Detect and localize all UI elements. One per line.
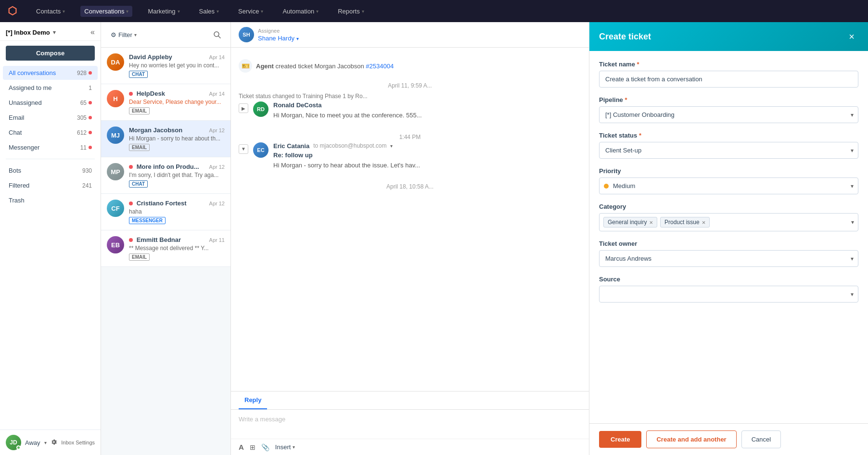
sidebar-item-messenger[interactable]: Messenger 11 — [3, 140, 98, 154]
ticket-status-label: Ticket status * — [599, 132, 858, 139]
chevron-down-icon: ▾ — [296, 36, 299, 41]
away-status: Away — [25, 439, 40, 446]
ticket-status-select[interactable]: Client Set-up New In Progress Resolved — [599, 142, 858, 159]
list-item[interactable]: MP More info on Produ... Apr 12 I'm sorr… — [101, 157, 230, 194]
avatar: MJ — [107, 126, 124, 144]
nav-service[interactable]: Service ▾ — [234, 6, 267, 17]
unread-dot — [129, 165, 133, 169]
source-select[interactable] — [599, 286, 858, 303]
nav-automation[interactable]: Automation ▾ — [279, 6, 322, 17]
sidebar-item-filtered[interactable]: Filtered 241 — [3, 178, 98, 192]
chevron-down-icon: ▾ — [217, 9, 219, 14]
expand-button[interactable]: ▶ — [239, 103, 248, 113]
priority-group: Priority Low Medium High Urgent ▾ — [599, 167, 858, 194]
list-item[interactable]: EB Emmitt Bednar Apr 11 ** Message not d… — [101, 230, 230, 267]
list-item[interactable]: DA David Appleby Apr 14 Hey no worries l… — [101, 48, 230, 84]
attach-icon[interactable]: 📎 — [261, 443, 269, 451]
tab-reply[interactable]: Reply — [239, 392, 267, 409]
chevron-down-icon: ▾ — [316, 9, 319, 14]
ticket-status-group: Ticket status * Client Set-up New In Pro… — [599, 132, 858, 159]
sidebar-item-chat[interactable]: Chat 612 — [3, 126, 98, 139]
chevron-down-icon: ▾ — [53, 29, 56, 36]
pipeline-select[interactable]: [*] Customer Onboarding Support Pipeline… — [599, 106, 858, 123]
chevron-down-icon: ▾ — [390, 143, 393, 149]
nav-reports[interactable]: Reports ▾ — [334, 6, 368, 17]
tag-general-inquiry: General inquiry × — [603, 217, 657, 228]
remove-product-issue-button[interactable]: × — [702, 219, 706, 226]
avatar: EB — [107, 236, 124, 253]
create-button[interactable]: Create — [599, 431, 641, 448]
font-icon[interactable]: A — [239, 443, 244, 451]
avatar: CF — [107, 200, 124, 217]
chevron-down-icon: ▾ — [293, 444, 295, 450]
unread-dot — [89, 116, 92, 119]
close-button[interactable]: × — [845, 30, 858, 43]
sidebar-item-trash[interactable]: Trash — [3, 193, 98, 207]
chat-area: SH Assignee Shane Hardy ▾ 🎫 Agent create… — [231, 22, 589, 455]
ticket-owner-group: Ticket owner Marcus Andrews Shane Hardy … — [599, 240, 858, 267]
ticket-owner-select[interactable]: Marcus Andrews Shane Hardy Ronald DeCost… — [599, 250, 858, 267]
collapse-button[interactable]: ▼ — [239, 144, 248, 154]
svg-line-1 — [218, 36, 220, 38]
conv-list-header: ⚙ Filter ▾ — [101, 22, 230, 48]
collapse-icon[interactable]: « — [90, 28, 95, 37]
category-label: Category — [599, 203, 858, 210]
chevron-down-icon: ▾ — [44, 440, 47, 445]
chevron-down-icon: ▾ — [851, 219, 854, 226]
sidebar-item-unassigned[interactable]: Unassigned 65 — [3, 96, 98, 110]
chevron-down-icon: ▾ — [178, 9, 180, 14]
filter-button[interactable]: ⚙ Filter ▾ — [107, 29, 140, 41]
pipeline-group: Pipeline * [*] Customer Onboarding Suppo… — [599, 96, 858, 123]
inbox-settings-label[interactable]: Inbox Settings — [61, 440, 95, 445]
chevron-down-icon: ▾ — [261, 9, 263, 14]
ticket-event: 🎫 Agent created ticket Morgan Jacobson #… — [239, 55, 581, 76]
settings-icon[interactable] — [51, 439, 57, 447]
reply-tabs: Reply — [231, 392, 589, 410]
priority-select[interactable]: Low Medium High Urgent — [599, 177, 858, 194]
panel-header: Create ticket × — [589, 22, 868, 51]
list-item[interactable]: MJ Morgan Jacobson Apr 12 Hi Morgan - so… — [101, 121, 230, 157]
date-divider: 1:44 PM — [239, 128, 581, 142]
category-tags-container[interactable]: General inquiry × Product issue × ▾ — [599, 213, 858, 231]
sidebar-item-assigned-to-me[interactable]: Assigned to me 1 — [3, 81, 98, 95]
priority-dot — [604, 184, 609, 189]
format-icon[interactable]: ⊞ — [250, 443, 255, 451]
list-item[interactable]: CF Cristiano Fortest Apr 12 haha MESSENG… — [101, 194, 230, 230]
sidebar-item-email[interactable]: Email 305 — [3, 111, 98, 125]
unread-dot — [89, 101, 92, 104]
chevron-down-icon: ▾ — [362, 9, 364, 14]
panel-footer: Create Create and add another Cancel — [589, 423, 868, 455]
cancel-button[interactable]: Cancel — [741, 430, 781, 448]
list-item[interactable]: H HelpDesk Apr 14 Dear Service, Please c… — [101, 84, 230, 121]
nav-sales[interactable]: Sales ▾ — [195, 6, 223, 17]
ticket-name-input[interactable] — [599, 71, 858, 88]
nav-contacts[interactable]: Contacts ▾ — [32, 6, 69, 17]
chat-header: SH Assignee Shane Hardy ▾ — [231, 22, 589, 48]
source-select-wrapper: ▾ — [599, 286, 858, 303]
sidebar-item-bots[interactable]: Bots 930 — [3, 164, 98, 177]
remove-general-inquiry-button[interactable]: × — [649, 219, 653, 226]
sidebar-item-all-conversations[interactable]: All conversations 928 — [3, 66, 98, 80]
search-button[interactable] — [209, 27, 225, 42]
nav-marketing[interactable]: Marketing ▾ — [144, 6, 183, 17]
reply-input[interactable]: Write a message — [231, 410, 589, 439]
date-divider: April 11, 9:59 A... — [239, 76, 581, 91]
avatar: MP — [107, 163, 124, 180]
unread-dot — [129, 238, 133, 242]
insert-button[interactable]: Insert ▾ — [275, 443, 295, 451]
inbox-title[interactable]: [*] Inbox Demo ▾ — [6, 29, 56, 36]
avatar: H — [107, 90, 124, 107]
pipeline-label: Pipeline * — [599, 96, 858, 103]
panel-title: Create ticket — [599, 32, 651, 42]
assignee-info: Assignee Shane Hardy ▾ — [258, 28, 299, 42]
priority-select-wrapper: Low Medium High Urgent ▾ — [599, 177, 858, 194]
create-and-add-another-button[interactable]: Create and add another — [646, 430, 736, 448]
sidebar-footer[interactable]: JD Away ▾ Inbox Settings — [0, 430, 101, 455]
chat-message: ▶ RD Ronald DeCosta Hi Morgan, Nice to m… — [239, 101, 581, 120]
ticket-name-group: Ticket name * — [599, 61, 858, 88]
status-change: Ticket status changed to Training Phase … — [239, 91, 581, 101]
nav-conversations[interactable]: Conversations ▾ — [80, 6, 132, 17]
hubspot-logo: ⬡ — [8, 5, 17, 17]
compose-button[interactable]: Compose — [6, 46, 95, 61]
date-divider: April 18, 10:58 A... — [239, 177, 581, 192]
